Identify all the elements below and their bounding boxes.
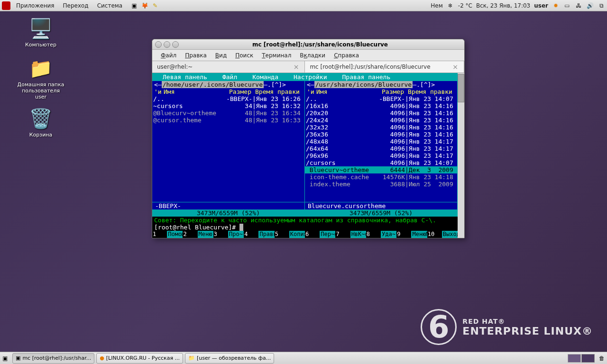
workspace-1[interactable] <box>568 354 581 363</box>
tab-1[interactable]: user@rhel:~ × <box>152 61 305 73</box>
mc-menu-right[interactable]: Правая панель <box>334 73 398 81</box>
show-desktop-icon[interactable]: ▣ <box>0 355 10 362</box>
menu-places[interactable]: Переход <box>59 1 92 10</box>
mc-right-hdr-time: Время правки <box>406 88 457 95</box>
file-row[interactable]: Bluecurv~ortheme6444|Дек 3 2009 <box>305 166 457 173</box>
file-row[interactable]: /24x244096|Янв 23 14:16 <box>305 117 457 124</box>
network-icon[interactable]: 🖧 <box>575 2 582 9</box>
quick-launch: ▣ 🦊 ✎ <box>130 1 159 10</box>
weather-temp: -2 °C <box>458 2 472 9</box>
file-row[interactable]: icon-theme.cache14576K|Янв 23 14:18 <box>305 173 457 181</box>
terminal-window: mc [root@rhel]:/usr/share/icons/Bluecurv… <box>152 39 465 238</box>
rhel-six: 6 <box>421 309 457 345</box>
mc-left-hdr-time: Время правки <box>253 88 304 95</box>
window-titlebar[interactable]: mc [root@rhel]:/usr/share/icons/Bluecurv… <box>152 39 464 50</box>
file-row[interactable]: @Bluecurv~ortheme48|Янв 23 16:34 <box>152 109 304 117</box>
fn-key-2[interactable]: 2Меню <box>183 231 213 238</box>
mc-menu-options[interactable]: Настройки <box>286 73 334 81</box>
mc-fn-bar: 1Помощь2Меню3Про~тр4Правка5Копия6Пер~ос7… <box>152 231 458 238</box>
mc-left-pane[interactable]: <— /home/user/.icons/Bluecurve —.[^]> 'и… <box>152 81 305 217</box>
file-row[interactable]: /32x324096|Янв 23 14:16 <box>305 124 457 131</box>
window-close-button[interactable] <box>155 41 162 48</box>
scrollbar-thumb[interactable] <box>458 74 464 102</box>
tab-2-close[interactable]: × <box>451 63 459 71</box>
fn-key-3[interactable]: 3Про~тр <box>213 231 244 238</box>
weather-location[interactable]: Нем <box>431 2 442 9</box>
rhel-brand-1: RED HAT® <box>462 318 593 325</box>
term-menu-help[interactable]: Справка <box>330 51 363 60</box>
clock[interactable]: Вск, 23 Янв, 17:03 <box>476 2 530 9</box>
mc-prompt[interactable]: [root@rhel Bluecurve]# <box>152 224 458 231</box>
file-row[interactable]: /20x204096|Янв 23 14:16 <box>305 109 457 117</box>
fn-key-8[interactable]: 8Уда~ть <box>366 231 396 238</box>
mc-right-mini: Bluecurve.cursortheme <box>305 202 457 209</box>
file-row[interactable]: @cursor.theme48|Янв 23 16:33 <box>152 117 304 124</box>
workspace-2[interactable] <box>581 354 595 363</box>
file-row[interactable]: /cursors4096|Янв 23 14:07 <box>305 159 457 166</box>
fn-key-9[interactable]: 9МенюМС <box>396 231 427 238</box>
file-row[interactable]: /..-ВВЕРХ-|Янв 23 16:26 <box>152 95 304 102</box>
window-minimize-button[interactable] <box>164 41 170 48</box>
home-folder-icon: 📁 <box>29 57 52 80</box>
redhat-icon[interactable] <box>2 1 10 10</box>
mc-left-hdr-name: Имя <box>162 88 227 95</box>
tab-2[interactable]: mc [root@rhel]:/usr/share/icons/Bluecurv… <box>305 61 464 73</box>
tab-1-label: user@rhel:~ <box>157 64 193 70</box>
file-row[interactable]: index.theme3688|Июл 25 2009 <box>305 181 457 188</box>
weather-icon: ❄ <box>447 2 454 9</box>
fn-key-5[interactable]: 5Копия <box>275 231 305 238</box>
fn-key-10[interactable]: 10Выход <box>427 231 458 238</box>
rhel-brand-2: ENTERPRISE LINUX® <box>462 325 593 337</box>
trash-icon: 🗑️ <box>29 107 52 130</box>
term-menu-edit[interactable]: Правка <box>181 51 211 60</box>
minimize-all-icon[interactable]: ⧉ <box>598 2 605 9</box>
tab-1-close[interactable]: × <box>293 63 300 71</box>
file-row[interactable]: /16x164096|Янв 23 14:16 <box>305 102 457 109</box>
file-row[interactable]: /..-ВВЕРХ-|Янв 23 14:07 <box>305 95 457 102</box>
fn-key-1[interactable]: 1Помощь <box>152 231 183 238</box>
desktop-home[interactable]: 📁 Домашняя папка пользователя user <box>17 57 64 100</box>
notes-icon[interactable]: ✎ <box>151 1 159 10</box>
terminal-scrollbar[interactable] <box>458 73 464 238</box>
menu-applications[interactable]: Приложения <box>12 1 58 10</box>
mc-right-hdr-name: Имя <box>314 88 379 95</box>
workspace-switcher <box>568 354 595 363</box>
file-row[interactable]: /96x964096|Янв 23 14:17 <box>305 152 457 159</box>
volume-icon[interactable]: 🔊 <box>586 2 594 9</box>
system-menu: Приложения Переход Система <box>12 1 126 10</box>
mc-menu-file[interactable]: Файл <box>215 73 245 81</box>
mc-right-hdr-size: Размер <box>379 88 406 95</box>
window-maximize-button[interactable] <box>172 41 179 48</box>
menu-system[interactable]: Система <box>93 1 127 10</box>
fn-key-6[interactable]: 6Пер~ос <box>305 231 335 238</box>
file-row[interactable]: /64x644096|Янв 23 14:17 <box>305 145 457 152</box>
file-row[interactable]: /48x484096|Янв 23 14:17 <box>305 138 457 145</box>
trash-tray-icon[interactable]: 🗑 <box>597 355 607 362</box>
computer-icon: 🖥️ <box>29 17 52 40</box>
file-row[interactable]: /36x364096|Янв 23 14:16 <box>305 131 457 138</box>
desktop-computer[interactable]: 🖥️ Компьютер <box>17 17 64 48</box>
terminal-tabs: user@rhel:~ × mc [root@rhel]:/usr/share/… <box>152 61 464 73</box>
update-icon[interactable]: ✹ <box>552 2 560 9</box>
task-terminal[interactable]: ▣mc [root@rhel]:/usr/shar... <box>12 353 94 364</box>
display-icon[interactable]: ▭ <box>563 2 571 9</box>
term-menu-terminal[interactable]: Терминал <box>258 51 295 60</box>
mc-right-pane[interactable]: <— /usr/share/icons/Bluecurve —.[^]> 'иИ… <box>305 81 458 217</box>
task-firefox[interactable]: ●[LINUX.ORG.RU - Русская ... <box>96 353 183 364</box>
mc-menu-left[interactable]: Левая панель <box>155 73 215 81</box>
task-files[interactable]: 📁[user — обозреватель фа... <box>185 353 274 364</box>
term-menu-search[interactable]: Поиск <box>231 51 257 60</box>
user-label[interactable]: user <box>534 2 548 9</box>
fn-key-7[interactable]: 7НвК~ог <box>335 231 366 238</box>
firefox-icon[interactable]: 🦊 <box>140 1 149 10</box>
terminal-icon[interactable]: ▣ <box>130 1 138 10</box>
desktop-trash[interactable]: 🗑️ Корзина <box>17 107 64 138</box>
term-menu-tabs[interactable]: Вкладки <box>296 51 329 60</box>
mc-left-hdr-size: Размер <box>227 88 253 95</box>
file-row[interactable]: ~cursors34|Янв 23 16:32 <box>152 102 304 109</box>
fn-key-4[interactable]: 4Правка <box>244 231 274 238</box>
term-menu-file[interactable]: Файл <box>157 51 180 60</box>
mc-menu-command[interactable]: Команда <box>245 73 286 81</box>
term-menu-view[interactable]: Вид <box>212 51 230 60</box>
desktop-trash-label: Корзина <box>17 132 64 138</box>
